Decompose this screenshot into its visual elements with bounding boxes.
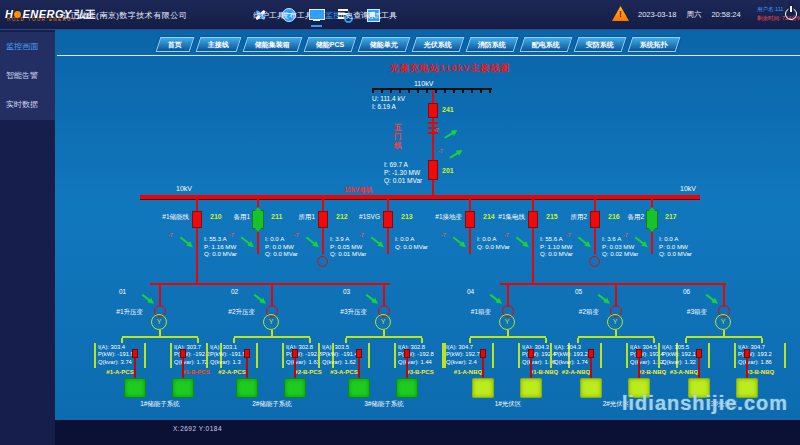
energy-unit-box[interactable] [284,378,306,398]
time-label: 20:58:24 [711,10,740,20]
disconnector-switch-icon[interactable] [578,237,589,246]
unit-line [134,358,136,378]
active-power-value: Q: 0.0 MVar [395,243,428,251]
converter-name-label: #3-B-NBQ [732,369,788,375]
disconnector-label: -7 [623,232,628,238]
toolbar-item[interactable]: 历史查询 [337,8,352,22]
scada-app: HENERGY弘正 HOLD YOUR ENERGY 弘正储能(南京)数字技术有… [0,0,800,445]
feeder-breaker[interactable] [383,211,393,228]
unit-line [482,358,484,378]
disconnector-switch-icon[interactable] [635,237,646,246]
sidebar-item-label: 监控画面 [6,42,38,51]
nav-tab[interactable]: 消防系统 [466,37,519,52]
disconnector-switch-icon[interactable] [254,294,264,302]
sidebar-item[interactable]: 实时数据 [0,90,55,119]
drop-line [383,283,385,307]
feeder-breaker[interactable] [528,211,538,228]
disconnector-switch-icon[interactable] [142,294,152,302]
converter-name-label: #1-A-NBQ [440,369,496,375]
nav-tab[interactable]: 首页 [156,37,195,52]
switch-number-label: 01 [119,288,126,295]
nav-tabs: 首页 主接线 储能集装箱 储能PCS 储能单元 光伏系统 消防系统 配电系统 安… [158,37,678,52]
transformer-name-label: #3升压变 [301,308,367,317]
feeder-breaker[interactable] [192,211,202,228]
sidebar-item-label: 智能告警 [6,71,38,80]
unit-line [294,358,296,378]
breaker-201[interactable] [428,160,438,180]
transformer-secondary-winding-icon[interactable] [263,314,279,330]
branch-bar [578,336,654,338]
nav-tab[interactable]: 储能PCS [304,37,357,52]
disconnector-switch-icon[interactable] [453,237,464,246]
drop-line [159,283,161,307]
energy-unit-box[interactable] [172,378,194,398]
dc-connector-icon [636,349,642,358]
feeder-breaker[interactable] [646,210,658,229]
transformer-secondary-winding-icon[interactable] [607,314,623,330]
converter-measurements: I(A): 305.5 P(kW): 192.1 Q(kvar): 1.32 [658,343,710,368]
power-logout-icon[interactable] [785,8,797,20]
disconnector-switch-icon[interactable] [490,294,500,302]
nav-tab-label: 主接线 [208,38,229,52]
sidebar-item[interactable]: 监控画面 [0,32,55,61]
reactive-power-value: Q: 0.0 MVar [659,250,692,258]
unit-line [246,358,248,378]
transformer-secondary-winding-icon[interactable] [715,314,731,330]
energy-unit-box[interactable] [124,378,146,398]
disconnector-switch-icon[interactable] [366,294,376,302]
toolbar-item[interactable]: 维护工具 [253,8,268,22]
drop-line [271,283,273,307]
cursor-coordinates: X:2692 Y:0184 [173,425,222,432]
nav-tab-label: 系统拓扑 [640,38,668,52]
active-power-value: P: 0.0 MW [659,243,692,251]
feeder-measurements: I: 0.0 A P: 0.0 MW Q: 0.0 MVar [659,235,692,258]
toolbar-item[interactable]: 发布工具 [281,8,296,22]
nav-tab[interactable]: 系统拓扑 [628,37,681,52]
disconnector-switch-icon[interactable] [180,237,191,246]
energy-unit-box[interactable] [396,378,418,398]
breaker-241[interactable] [428,103,438,118]
transformer-secondary-winding-icon[interactable] [375,314,391,330]
nav-tab[interactable]: 主接线 [196,37,242,52]
nav-tab-label: 储能PCS [316,38,344,52]
disconnector-switch-icon[interactable] [516,237,527,246]
unit-line [406,358,408,378]
disconnector-switch-icon[interactable] [598,294,608,302]
bus-voltage-label: 10kV [680,185,696,192]
toolbar-item[interactable]: 实时监控 [309,8,324,22]
disconnector-switch-icon[interactable] [706,294,716,302]
app-header: HENERGY弘正 HOLD YOUR ENERGY 弘正储能(南京)数字技术有… [0,0,800,30]
sidebar-item[interactable]: 智能告警 [0,61,55,90]
disconnector-switch-icon[interactable] [241,237,252,246]
feeder-breaker[interactable] [318,211,328,228]
disconnector-switch-icon[interactable] [371,237,382,246]
nav-tab[interactable]: 光伏系统 [412,37,465,52]
branch-bar [234,336,310,338]
nav-tab[interactable]: 储能集装箱 [243,37,303,52]
feeder-measurements: I: 0.0 A Q: 0.0 MVar [395,235,428,250]
converter-measurements: I(A): 304.7 P(kW): 192.7 Q(kvar): 2.4 [442,343,494,368]
nav-tab[interactable]: 储能单元 [358,37,411,52]
feeder-breaker[interactable] [252,210,264,229]
feeder-name-label: #1储能线 [143,213,189,222]
energy-unit-box[interactable] [348,378,370,398]
nav-tab-label: 首页 [168,38,182,52]
energy-unit-box[interactable] [472,378,494,398]
energy-unit-box[interactable] [580,378,602,398]
energy-unit-box[interactable] [236,378,258,398]
nav-tab[interactable]: 安防系统 [574,37,627,52]
current-value: I: 6.19 A [372,103,405,111]
toolbar-item[interactable]: 测试工具 [365,8,380,22]
breaker-241-number: 241 [442,106,454,113]
disconnector-switch-icon[interactable] [306,237,317,246]
unit-line [358,358,360,378]
nav-tab[interactable]: 配电系统 [520,37,573,52]
transformer-secondary-winding-icon[interactable] [499,314,515,330]
sidebar-item-label: 实时数据 [6,100,38,109]
switch-number-label: 02 [231,288,238,295]
transformer-secondary-winding-icon[interactable] [151,314,167,330]
energy-unit-box[interactable] [520,378,542,398]
feeder-breaker[interactable] [465,211,475,228]
alarm-warning-icon[interactable] [612,6,629,21]
dc-connector-icon [180,349,186,358]
